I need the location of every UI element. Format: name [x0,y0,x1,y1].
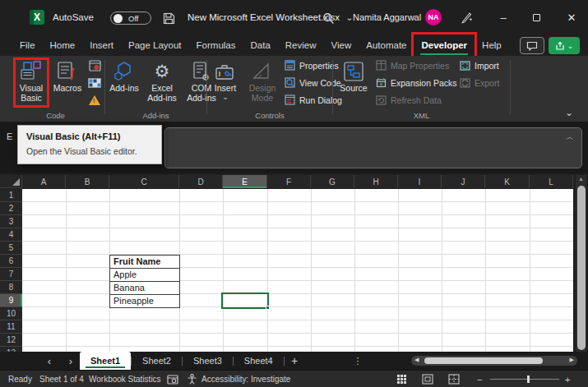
normal-view-button[interactable] [393,373,410,385]
sheet-tab-sheet1[interactable]: Sheet1 [80,352,131,370]
column-header-C[interactable]: C [109,175,179,188]
row-header-1[interactable]: 1 [0,189,22,202]
vertical-scrollbar-thumb[interactable] [577,186,586,350]
user-avatar[interactable]: NA [425,9,442,25]
record-macro-button[interactable] [87,59,102,71]
horizontal-scrollbar[interactable]: ◀ ▶ [411,356,577,366]
scroll-up-icon[interactable]: ▲ [576,176,586,182]
column-header-B[interactable]: B [66,175,109,188]
ribbon-tab-insert[interactable]: Insert [82,35,121,56]
expansion-packs-button[interactable]: Expansion Packs [376,76,457,90]
new-sheet-button[interactable]: + [286,352,303,370]
ribbon-tab-view[interactable]: View [324,35,359,56]
ribbon-tab-home[interactable]: Home [43,35,83,56]
row-header-2[interactable]: 2 [0,202,22,215]
macros-button[interactable]: Macros [50,58,85,108]
row-header-7[interactable]: 7 [0,268,22,281]
zoom-out-button[interactable]: − [477,371,482,387]
cell-C6[interactable]: Fruit Name [109,255,180,269]
scroll-right-icon[interactable]: ▶ [570,357,574,363]
row-header-6[interactable]: 6 [0,255,22,268]
collapse-ribbon-chevron[interactable]: ⌄ [565,107,573,118]
column-header-K[interactable]: K [485,175,530,188]
macro-recording-status-button[interactable] [167,371,178,387]
select-all-corner[interactable] [0,175,22,188]
column-header-H[interactable]: H [354,175,398,188]
properties-button[interactable]: Properties [285,58,342,72]
cell-C8[interactable]: Banana [109,281,180,295]
column-header-L[interactable]: L [530,175,573,188]
zoom-in-button[interactable]: + [565,371,570,387]
window-minimize-button[interactable]: – [487,0,520,35]
column-header-F[interactable]: F [267,175,311,188]
horizontal-scrollbar-thumb[interactable] [424,357,543,364]
refresh-data-button[interactable]: Refresh Data [376,93,457,107]
formula-bar-input[interactable]: ︿ [164,127,582,168]
visual-basic-button[interactable]: Visual Basic [15,58,48,108]
page-break-preview-button[interactable] [446,373,462,385]
use-relative-references-button[interactable] [87,76,102,89]
accessibility-status-button[interactable]: Accessibility: Investigate [187,371,290,387]
data-region[interactable]: Fruit NameAppleBananaPineapple [22,189,573,352]
row-header-8[interactable]: 8 [0,281,22,294]
vertical-scrollbar[interactable]: ▲ [576,175,586,352]
add-ins-button[interactable]: Add-ins [109,58,140,108]
sheet-nav-left-button[interactable]: ‹ [43,352,56,370]
row-header-9[interactable]: 9 [0,294,22,307]
ribbon-tab-developer[interactable]: Developer [414,35,475,56]
save-button[interactable] [161,11,176,25]
scroll-left-icon[interactable]: ◀ [414,357,419,363]
window-close-button[interactable]: ✕ [555,0,588,35]
sheet-tab-sheet4[interactable]: Sheet4 [234,352,284,370]
editing-pen-button[interactable] [458,10,475,25]
column-header-G[interactable]: G [311,175,354,188]
export-button[interactable]: Export [460,76,499,90]
row-header-12[interactable]: 12 [0,334,22,347]
ribbon-tab-page-layout[interactable]: Page Layout [121,35,189,56]
row-header-5[interactable]: 5 [0,242,22,255]
column-header-A[interactable]: A [22,175,66,188]
ribbon-tab-help[interactable]: Help [475,35,509,56]
row-header-3[interactable]: 3 [0,215,22,228]
sheet-tab-sheet2[interactable]: Sheet2 [132,352,182,370]
name-box[interactable]: E [7,131,12,141]
row-header-10[interactable]: 10 [0,307,22,320]
row-header-4[interactable]: 4 [0,228,22,242]
design-mode-button[interactable]: Design Mode [243,58,281,108]
ribbon-tab-automate[interactable]: Automate [359,35,414,56]
column-header-I[interactable]: I [398,175,442,188]
comments-button[interactable] [520,37,544,54]
autosave-toggle[interactable]: Off [110,12,151,25]
formula-bar-collapse-chevron[interactable]: ︿ [566,131,574,143]
map-properties-button[interactable]: Map Properties [376,58,457,72]
workbook-statistics-button[interactable]: Workbook Statistics [89,371,161,387]
active-cell-E9[interactable] [221,293,269,309]
page-layout-view-button[interactable] [419,373,436,385]
cell-C9[interactable]: Pineapple [109,294,180,308]
cell-C7[interactable]: Apple [109,268,180,282]
ribbon-tab-file[interactable]: File [12,35,43,56]
excel-logo-icon[interactable]: X [30,10,44,25]
window-maximize-button[interactable] [520,0,553,35]
source-button[interactable]: Source [336,58,371,108]
column-header-J[interactable]: J [442,175,485,188]
sheet-options-kebab-button[interactable]: ⋮ [352,352,363,370]
sheet-nav-right-button[interactable]: › [64,352,77,370]
fill-handle[interactable] [266,306,270,310]
user-name[interactable]: Namita Aggarwal [353,0,421,35]
ribbon-tab-data[interactable]: Data [243,35,278,56]
sheet-tab-sheet3[interactable]: Sheet3 [183,352,233,370]
ribbon-tab-formulas[interactable]: Formulas [189,35,243,56]
ribbon-tab-review[interactable]: Review [278,35,324,56]
view-code-button[interactable]: View Code [285,76,342,90]
import-button[interactable]: Import [460,58,499,72]
row-header-11[interactable]: 11 [0,320,22,334]
column-header-E[interactable]: E [223,175,267,188]
macro-security-button[interactable] [87,94,102,106]
zoom-slider-thumb[interactable] [527,375,530,383]
run-dialog-button[interactable]: Run Dialog [285,93,342,107]
share-button[interactable]: ⌄ [549,37,580,54]
excel-add-ins-button[interactable]: ⚙ Excel Add-ins [143,58,181,108]
insert-control-button[interactable]: Insert ⌄ [211,58,240,108]
zoom-slider-track[interactable] [490,379,559,380]
